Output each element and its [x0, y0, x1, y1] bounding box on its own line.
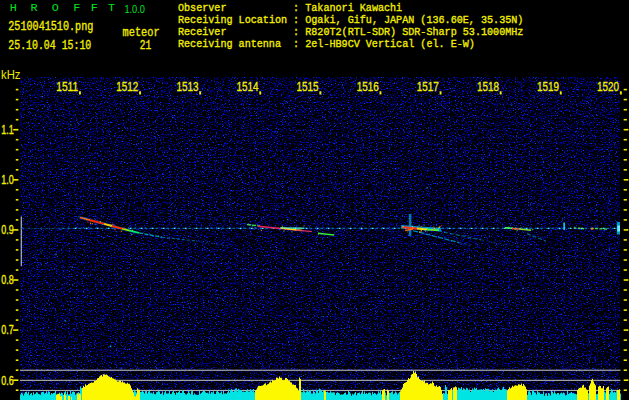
svg-text:1.0.0: 1.0.0 — [124, 3, 144, 15]
svg-text:: Ogaki, Gifu, JAPAN (136.60E,: : Ogaki, Gifu, JAPAN (136.60E, 35.35N) — [293, 14, 523, 26]
svg-text:1514: 1514 — [237, 79, 259, 94]
svg-text:21: 21 — [140, 38, 152, 53]
svg-text:1518: 1518 — [477, 79, 499, 94]
svg-text:Receiving antenna: Receiving antenna — [178, 38, 281, 50]
svg-text:1519: 1519 — [537, 79, 559, 94]
svg-text:F: F — [73, 1, 80, 15]
svg-text:0.9: 0.9 — [1, 223, 14, 237]
svg-text:1512: 1512 — [116, 79, 138, 94]
svg-text:H: H — [10, 1, 17, 15]
svg-text:1516: 1516 — [357, 79, 379, 94]
svg-text:0.7: 0.7 — [1, 323, 14, 337]
svg-text:Receiving Location: Receiving Location — [178, 14, 287, 26]
svg-text:1520: 1520 — [597, 79, 619, 94]
svg-text:1515: 1515 — [297, 79, 319, 94]
svg-text:O: O — [52, 1, 59, 15]
svg-text:Observer: Observer — [178, 2, 227, 14]
svg-text:0.8: 0.8 — [1, 273, 14, 287]
svg-text:Receiver: Receiver — [178, 26, 227, 38]
svg-text:kHz: kHz — [1, 68, 21, 82]
svg-text:F: F — [91, 1, 98, 15]
svg-text:0.6: 0.6 — [1, 374, 14, 388]
svg-text:1511: 1511 — [56, 79, 78, 94]
svg-text:2510041510.png: 2510041510.png — [8, 19, 93, 34]
svg-text:: 2el-HB9CV Vertical (el. E-W): : 2el-HB9CV Vertical (el. E-W) — [293, 38, 475, 50]
svg-text:T: T — [108, 1, 115, 15]
svg-text:1.0: 1.0 — [1, 173, 14, 187]
svg-text:R: R — [31, 1, 38, 15]
svg-text:: R820T2(RTL-SDR) SDR-Sharp 53: : R820T2(RTL-SDR) SDR-Sharp 53.1000MHz — [293, 26, 523, 38]
svg-text:1513: 1513 — [176, 79, 198, 94]
svg-text:1.1: 1.1 — [1, 123, 14, 137]
svg-text:25.10.04 15:10: 25.10.04 15:10 — [8, 38, 91, 53]
svg-text:1517: 1517 — [417, 79, 439, 94]
svg-text:: Takanori Kawachi: : Takanori Kawachi — [293, 2, 402, 14]
